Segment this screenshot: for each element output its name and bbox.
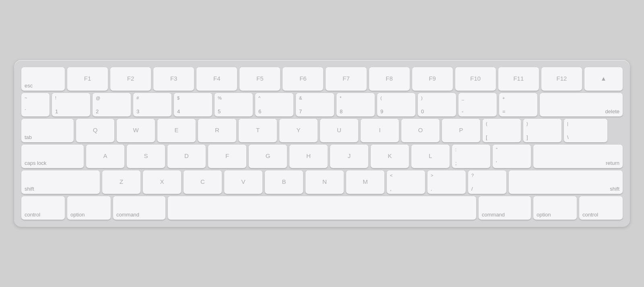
key-c[interactable]: C bbox=[184, 171, 222, 194]
key-d[interactable]: D bbox=[167, 145, 206, 168]
key-l[interactable]: L bbox=[411, 145, 450, 168]
key-1[interactable]: ! 1 bbox=[52, 93, 90, 116]
key-y[interactable]: Y bbox=[279, 119, 318, 142]
key-g[interactable]: G bbox=[249, 145, 287, 168]
key-q[interactable]: Q bbox=[76, 119, 114, 142]
key-x[interactable]: X bbox=[143, 171, 181, 194]
key-u[interactable]: U bbox=[320, 119, 358, 142]
key-s[interactable]: S bbox=[127, 145, 165, 168]
key-lbracket[interactable]: { [ bbox=[483, 119, 521, 142]
key-shift-right[interactable]: shift bbox=[509, 171, 623, 194]
row-number: ~ ` ! 1 @ 2 # 3 $ 4 % 5 ^ 6 & 7 bbox=[21, 93, 623, 116]
key-f3[interactable]: F3 bbox=[153, 67, 194, 91]
key-f5[interactable]: F5 bbox=[239, 67, 280, 91]
key-0[interactable]: ) 0 bbox=[418, 93, 456, 116]
key-option-right[interactable]: option bbox=[533, 196, 577, 220]
key-rbracket[interactable]: } ] bbox=[523, 119, 561, 142]
key-r[interactable]: R bbox=[198, 119, 236, 142]
key-eject[interactable]: ▲ bbox=[584, 67, 623, 91]
key-m[interactable]: M bbox=[346, 171, 384, 194]
key-k[interactable]: K bbox=[371, 145, 409, 168]
key-capslock[interactable]: caps lock bbox=[21, 145, 84, 168]
key-control-left[interactable]: control bbox=[21, 196, 65, 220]
row-function: esc F1 F2 F3 F4 F5 F6 F7 F8 F9 F10 bbox=[21, 67, 623, 91]
key-return[interactable]: return bbox=[533, 145, 623, 168]
row-asdf: caps lock A S D F G H J K L : ; bbox=[21, 145, 623, 168]
key-command-right[interactable]: command bbox=[479, 196, 531, 220]
key-f12[interactable]: F12 bbox=[541, 67, 582, 91]
key-option-left[interactable]: option bbox=[67, 196, 111, 220]
key-3[interactable]: # 3 bbox=[133, 93, 171, 116]
key-b[interactable]: B bbox=[265, 171, 303, 194]
key-slash[interactable]: ? / bbox=[468, 171, 506, 194]
keyboard: esc F1 F2 F3 F4 F5 F6 F7 F8 F9 F10 bbox=[14, 60, 630, 227]
key-j[interactable]: J bbox=[330, 145, 368, 168]
row-qwerty: tab Q W E R T Y U I O P bbox=[21, 119, 623, 142]
key-f8[interactable]: F8 bbox=[369, 67, 410, 91]
key-p[interactable]: P bbox=[442, 119, 480, 142]
key-quote[interactable]: " ' bbox=[493, 145, 531, 168]
key-semicolon[interactable]: : ; bbox=[452, 145, 490, 168]
key-delete[interactable]: delete bbox=[540, 93, 623, 116]
key-f9[interactable]: F9 bbox=[412, 67, 453, 91]
key-4[interactable]: $ 4 bbox=[174, 93, 212, 116]
key-f[interactable]: F bbox=[208, 145, 246, 168]
key-command-left[interactable]: command bbox=[113, 196, 165, 220]
key-tilde[interactable]: ~ ` bbox=[21, 93, 50, 116]
key-backslash[interactable]: | \ bbox=[564, 119, 607, 142]
key-tab[interactable]: tab bbox=[21, 119, 74, 142]
key-t[interactable]: T bbox=[239, 119, 277, 142]
key-z[interactable]: Z bbox=[102, 171, 140, 194]
key-f10[interactable]: F10 bbox=[455, 67, 496, 91]
key-minus[interactable]: _ - bbox=[458, 93, 497, 116]
row-modifier: control option command command option co… bbox=[21, 196, 623, 220]
key-period[interactable]: > . bbox=[427, 171, 466, 194]
key-control-right[interactable]: control bbox=[579, 196, 623, 220]
key-f1[interactable]: F1 bbox=[67, 67, 108, 91]
key-o[interactable]: O bbox=[401, 119, 440, 142]
key-space[interactable] bbox=[168, 196, 476, 220]
key-shift-left[interactable]: shift bbox=[21, 171, 100, 194]
key-w[interactable]: W bbox=[117, 119, 155, 142]
key-e[interactable]: E bbox=[157, 119, 196, 142]
key-5[interactable]: % 5 bbox=[215, 93, 253, 116]
key-esc[interactable]: esc bbox=[21, 67, 65, 91]
key-f6[interactable]: F6 bbox=[283, 67, 323, 91]
key-f2[interactable]: F2 bbox=[110, 67, 151, 91]
key-f4[interactable]: F4 bbox=[196, 67, 237, 91]
key-comma[interactable]: < , bbox=[387, 171, 425, 194]
key-f11[interactable]: F11 bbox=[498, 67, 539, 91]
key-i[interactable]: I bbox=[361, 119, 399, 142]
key-9[interactable]: ( 9 bbox=[377, 93, 415, 116]
key-f7[interactable]: F7 bbox=[326, 67, 366, 91]
key-6[interactable]: ^ 6 bbox=[255, 93, 293, 116]
key-equals[interactable]: + = bbox=[499, 93, 537, 116]
key-8[interactable]: * 8 bbox=[336, 93, 375, 116]
key-a[interactable]: A bbox=[86, 145, 124, 168]
row-zxcv: shift Z X C V B N M < , > . bbox=[21, 171, 623, 194]
key-v[interactable]: V bbox=[224, 171, 262, 194]
key-2[interactable]: @ 2 bbox=[93, 93, 131, 116]
key-h[interactable]: H bbox=[289, 145, 328, 168]
key-7[interactable]: & 7 bbox=[296, 93, 334, 116]
key-n[interactable]: N bbox=[305, 171, 344, 194]
